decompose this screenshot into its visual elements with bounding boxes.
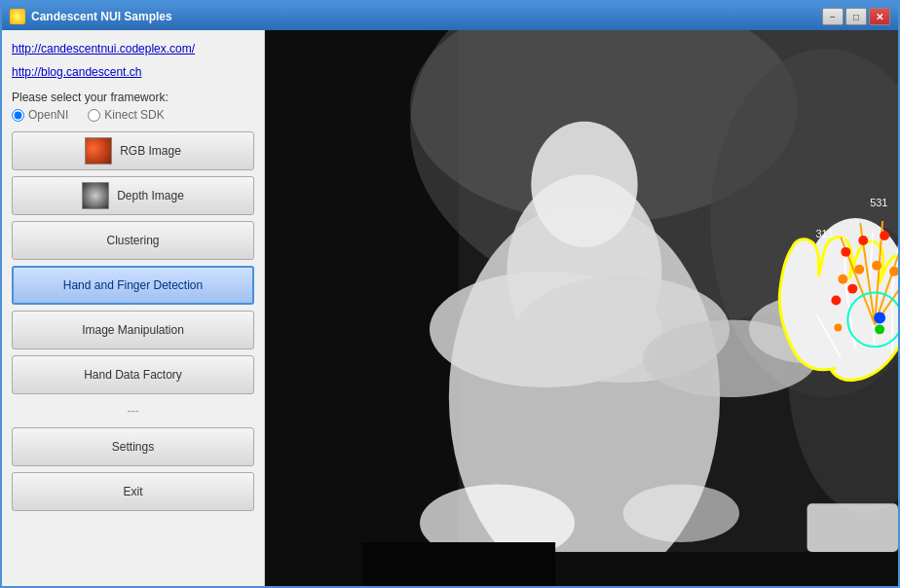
minimize-button[interactable]: − <box>822 8 844 25</box>
window-title: Candescent NUI Samples <box>31 10 172 23</box>
rgb-image-label: RGB Image <box>120 144 181 158</box>
kinect-label: Kinect SDK <box>104 108 164 122</box>
hand-data-factory-label: Hand Data Factory <box>84 368 182 382</box>
app-icon <box>10 9 25 24</box>
rgb-thumb <box>85 137 112 165</box>
svg-point-37 <box>858 236 868 245</box>
svg-text:531: 531 <box>870 197 887 208</box>
svg-point-42 <box>847 284 857 294</box>
framework-label: Please select your framework: <box>12 91 254 104</box>
svg-rect-18 <box>361 542 555 586</box>
image-manipulation-button[interactable]: Image Manipulation <box>12 311 254 349</box>
svg-point-35 <box>875 324 884 334</box>
exit-button[interactable]: Exit <box>12 472 254 511</box>
svg-point-45 <box>872 261 881 271</box>
separator: --- <box>12 400 254 422</box>
settings-label: Settings <box>112 440 154 454</box>
title-buttons: − □ ✕ <box>822 8 890 25</box>
depth-view: 531 634 638 311 <box>265 30 898 586</box>
clustering-button[interactable]: Clustering <box>12 221 254 260</box>
settings-button[interactable]: Settings <box>12 427 254 466</box>
svg-rect-17 <box>265 552 898 586</box>
rgb-image-button[interactable]: RGB Image <box>12 131 254 170</box>
content-area: http://candescentnui.codeplex.com/ http:… <box>2 30 898 586</box>
link-blog[interactable]: http://blog.candescent.ch <box>12 65 254 79</box>
svg-point-48 <box>834 323 842 331</box>
svg-rect-16 <box>807 503 898 552</box>
sidebar: http://candescentnui.codeplex.com/ http:… <box>2 30 265 586</box>
clustering-label: Clustering <box>106 234 159 247</box>
depth-thumb <box>82 182 109 209</box>
svg-point-34 <box>874 312 885 323</box>
title-bar: Candescent NUI Samples − □ ✕ <box>2 3 898 30</box>
svg-text:311: 311 <box>816 228 834 239</box>
openni-radio[interactable] <box>12 109 24 122</box>
svg-point-44 <box>854 265 864 275</box>
main-visualization: 531 634 638 311 <box>265 30 898 586</box>
depth-image-button[interactable]: Depth Image <box>12 176 254 215</box>
main-window: Candescent NUI Samples − □ ✕ http://cand… <box>0 0 900 588</box>
kinect-option[interactable]: Kinect SDK <box>88 108 164 122</box>
hand-data-factory-button[interactable]: Hand Data Factory <box>12 355 254 394</box>
openni-label: OpenNI <box>28 108 68 122</box>
depth-image-label: Depth Image <box>117 189 184 202</box>
exit-label: Exit <box>123 485 142 498</box>
hand-finger-label: Hand and Finger Detection <box>63 278 203 292</box>
maximize-button[interactable]: □ <box>845 8 867 25</box>
close-button[interactable]: ✕ <box>869 8 890 25</box>
kinect-radio[interactable] <box>88 109 100 122</box>
svg-point-8 <box>531 122 637 247</box>
image-manipulation-label: Image Manipulation <box>82 323 184 337</box>
openni-option[interactable]: OpenNI <box>12 108 68 122</box>
hand-finger-button[interactable]: Hand and Finger Detection <box>12 266 254 305</box>
link-codeplex[interactable]: http://candescentnui.codeplex.com/ <box>12 42 254 55</box>
radio-group: OpenNI Kinect SDK <box>12 108 254 122</box>
svg-point-38 <box>880 231 889 240</box>
svg-point-36 <box>841 247 850 257</box>
svg-point-41 <box>831 296 841 306</box>
framework-section: Please select your framework: OpenNI Kin… <box>12 91 254 122</box>
svg-point-15 <box>623 484 739 542</box>
title-bar-left: Candescent NUI Samples <box>10 9 172 24</box>
svg-point-43 <box>838 275 847 284</box>
